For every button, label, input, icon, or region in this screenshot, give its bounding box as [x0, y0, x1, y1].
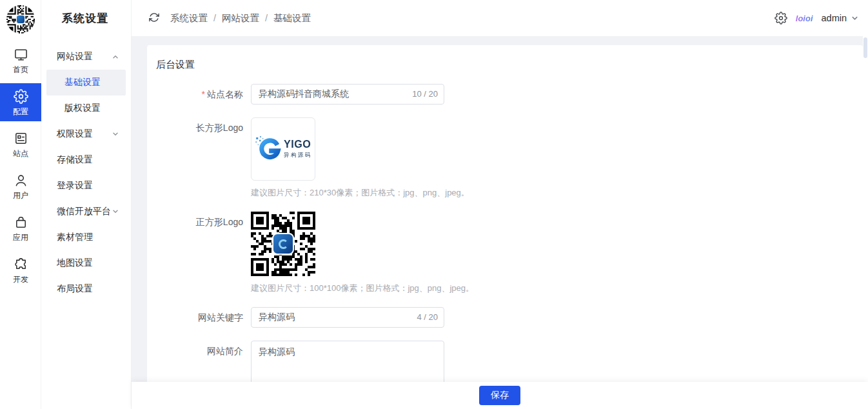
sidebar-item-label: 登录设置: [57, 180, 93, 192]
rect-logo-upload[interactable]: YIGO 异构源码: [251, 117, 315, 181]
yigo-logo-subtext: 异构源码: [283, 151, 311, 159]
breadcrumb-item[interactable]: 网站设置: [222, 12, 259, 25]
app-logo-avatar[interactable]: [6, 5, 35, 34]
topbar-actions: loioi admin: [774, 12, 868, 25]
sidebar-title: 系统设置: [41, 0, 131, 36]
keywords-input[interactable]: [251, 307, 444, 328]
sidebar-item[interactable]: 存储设置: [46, 147, 126, 173]
sidebar-item-label: 存储设置: [57, 154, 93, 166]
field-label: 正方形Logo: [147, 212, 251, 228]
sidebar-item[interactable]: 网站设置: [46, 44, 126, 70]
breadcrumb-item[interactable]: 系统设置: [170, 12, 208, 25]
rail-item-icon: [14, 131, 28, 146]
rail-item-icon: [14, 257, 28, 272]
settings-form: *站点名称 10 / 20 长方形Logo: [147, 71, 863, 408]
form-row-rect-logo: 长方形Logo: [147, 117, 863, 199]
breadcrumb-item[interactable]: 基础设置: [273, 12, 311, 25]
rail-item-icon: [14, 173, 28, 188]
sidebar-item-label: 版权设置: [64, 103, 101, 114]
top-bar: 系统设置 / 网站设置 / 基础设置 / loioi admin: [132, 0, 868, 36]
gear-icon[interactable]: [774, 12, 787, 25]
sidebar-item[interactable]: 基础设置: [46, 70, 126, 95]
sidebar-item-label: 微信开放平台: [57, 206, 111, 217]
rail-item[interactable]: 用户: [0, 167, 41, 205]
sidebar-item[interactable]: 微信开放平台: [46, 199, 126, 224]
sidebar-item-label: 权限设置: [57, 128, 93, 140]
chevron-icon: [112, 208, 119, 215]
breadcrumb: 系统设置 / 网站设置 / 基础设置 /: [170, 12, 311, 25]
rail-item-icon: [14, 215, 28, 230]
yigo-g-mark: [255, 135, 282, 163]
refresh-icon[interactable]: [148, 12, 161, 25]
rail-item-label: 站点: [13, 149, 28, 158]
sidebar-item-label: 网站设置: [57, 51, 93, 63]
footer-bar: 保存: [132, 382, 868, 409]
sidebar-item[interactable]: 地图设置: [46, 250, 126, 276]
rail-item[interactable]: 开发: [0, 251, 41, 289]
username: admin: [822, 13, 847, 23]
qr-center-logo: [272, 233, 294, 255]
settings-card: 后台设置 *站点名称 10 / 20 长方形Logo: [147, 45, 863, 409]
site-name-input[interactable]: [251, 84, 444, 105]
rail-item[interactable]: 站点: [0, 125, 41, 163]
rail-item-label: 开发: [13, 275, 28, 284]
rail-item[interactable]: 应用: [0, 209, 41, 247]
breadcrumb-separator: /: [265, 13, 268, 23]
sidebar-item[interactable]: 登录设置: [46, 173, 126, 199]
square-logo-upload[interactable]: [251, 212, 315, 276]
sidebar-item-label: 素材管理: [57, 232, 93, 243]
primary-rail: 首页 配置 站点 用户 应用 开发: [0, 0, 41, 409]
chevron-down-icon: [851, 14, 859, 23]
sidebar-item-label: 布局设置: [57, 283, 93, 295]
section-title: 后台设置: [147, 45, 863, 71]
scrollbar-thumb[interactable]: [863, 37, 867, 58]
field-label: 网站简介: [147, 341, 251, 357]
scrollbar[interactable]: [863, 36, 868, 409]
rail-item-label: 用户: [13, 191, 28, 200]
sidebar-item[interactable]: 布局设置: [46, 276, 126, 302]
form-row-keywords: 网站关键字 4 / 20: [147, 307, 863, 328]
rect-logo-image: YIGO 异构源码: [255, 135, 311, 163]
sidebar-item-label: 地图设置: [57, 257, 93, 269]
save-button[interactable]: 保存: [479, 386, 520, 405]
user-menu[interactable]: admin: [822, 13, 860, 23]
chevron-icon: [112, 53, 119, 61]
rail-item[interactable]: 首页: [0, 41, 41, 79]
avatar-center-mark: [17, 15, 25, 23]
sidebar-item[interactable]: 权限设置: [46, 121, 126, 147]
field-label: 网站关键字: [147, 307, 251, 328]
upload-hint: 建议图片尺寸：210*30像素；图片格式：jpg、png、jpeg。: [251, 187, 469, 199]
form-row-site-name: *站点名称 10 / 20: [147, 84, 863, 105]
sidebar-item[interactable]: 素材管理: [46, 224, 126, 250]
required-mark: *: [202, 89, 205, 99]
field-label: 长方形Logo: [147, 117, 251, 134]
chevron-icon: [112, 130, 119, 138]
rail-item-label: 首页: [13, 65, 28, 74]
form-row-square-logo: 正方形Logo 建议图片尺寸：100*100像素；图片格式：jpg、png、jp…: [147, 212, 863, 294]
sidebar-item-label: 基础设置: [64, 77, 101, 88]
breadcrumb-separator: /: [213, 13, 216, 23]
brand-text[interactable]: loioi: [796, 14, 813, 23]
yigo-logo-text: YIGO: [283, 139, 311, 149]
settings-sidebar: 系统设置 网站设置 基础设置 版权设置 权限设置 存储设置: [41, 0, 132, 409]
rail-item[interactable]: 配置: [0, 83, 41, 121]
content-area: 后台设置 *站点名称 10 / 20 长方形Logo: [132, 36, 868, 409]
rail-item-label: 配置: [13, 107, 28, 116]
sidebar-item[interactable]: 版权设置: [46, 95, 126, 121]
rail-item-icon: [14, 47, 28, 62]
upload-hint: 建议图片尺寸：100*100像素；图片格式：jpg、png、jpeg。: [251, 283, 474, 294]
field-label: *站点名称: [147, 84, 251, 105]
rail-item-icon: [14, 89, 28, 104]
rail-item-label: 应用: [13, 233, 28, 242]
